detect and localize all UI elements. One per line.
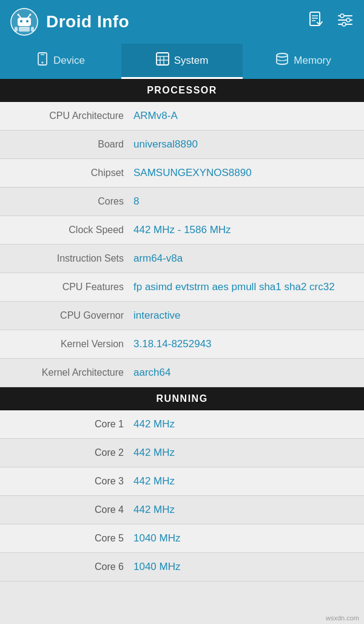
- cores-table: Core 1 442 MHz Core 2 442 MHz Core 3 442…: [0, 410, 364, 582]
- core-4-value: 442 MHz: [133, 504, 175, 516]
- app-title: Droid Info: [46, 12, 129, 32]
- core-2-label: Core 2: [12, 447, 133, 458]
- processor-section-header: PROCESSOR: [0, 79, 364, 102]
- device-tab-icon: [36, 52, 49, 69]
- board-label: Board: [12, 138, 133, 150]
- app-logo: [10, 7, 39, 36]
- kernel-architecture-label: Kernel Architecture: [12, 367, 133, 378]
- svg-rect-9: [15, 27, 18, 32]
- cpu-governor-row: CPU Governor interactive: [0, 302, 364, 330]
- cpu-architecture-value: ARMv8-A: [133, 110, 352, 122]
- cpu-features-row: CPU Features fp asimd evtstrm aes pmull …: [0, 273, 364, 302]
- kernel-version-row: Kernel Version 3.18.14-8252943: [0, 330, 364, 359]
- chipset-row: Chipset SAMSUNGEXYNOS8890: [0, 159, 364, 188]
- tab-bar: Device System Memory: [0, 44, 364, 79]
- cpu-architecture-row: CPU Architecture ARMv8-A: [0, 102, 364, 131]
- cpu-governor-label: CPU Governor: [12, 310, 133, 321]
- svg-point-6: [18, 14, 19, 16]
- tab-device[interactable]: Device: [0, 44, 121, 79]
- cores-row: Cores 8: [0, 188, 364, 216]
- settings-icon[interactable]: [336, 11, 354, 33]
- processor-info-table: CPU Architecture ARMv8-A Board universal…: [0, 102, 364, 387]
- core-3-value: 442 MHz: [133, 475, 175, 487]
- cores-value: 8: [133, 195, 352, 208]
- chipset-label: Chipset: [12, 167, 133, 178]
- cpu-governor-value: interactive: [133, 310, 352, 322]
- core-5-value: 1040 MHz: [133, 532, 180, 544]
- cpu-features-label: CPU Features: [12, 281, 133, 293]
- core-5-label: Core 5: [12, 533, 133, 544]
- svg-rect-1: [18, 18, 31, 26]
- tab-memory[interactable]: Memory: [243, 44, 364, 79]
- watermark: wsxdn.com: [326, 614, 359, 622]
- core-1-value: 442 MHz: [133, 418, 175, 430]
- clock-speed-row: Clock Speed 442 MHz - 1586 MHz: [0, 216, 364, 245]
- kernel-architecture-value: aarch64: [133, 367, 352, 379]
- instruction-sets-value: arm64-v8a: [133, 253, 352, 265]
- kernel-architecture-row: Kernel Architecture aarch64: [0, 359, 364, 387]
- board-row: Board universal8890: [0, 131, 364, 159]
- cores-label: Cores: [12, 195, 133, 207]
- chipset-value: SAMSUNGEXYNOS8890: [133, 167, 352, 179]
- system-tab-icon: [156, 52, 169, 69]
- svg-rect-8: [19, 27, 30, 32]
- header-left: Droid Info: [10, 7, 129, 36]
- core-3-label: Core 3: [12, 476, 133, 487]
- tab-system[interactable]: System: [121, 44, 243, 79]
- svg-rect-24: [157, 53, 169, 65]
- svg-rect-10: [31, 27, 34, 32]
- core-2-value: 442 MHz: [133, 447, 175, 459]
- cpu-architecture-label: CPU Architecture: [12, 110, 133, 121]
- core-1-label: Core 1: [12, 419, 133, 430]
- svg-point-3: [26, 20, 29, 22]
- core-4-label: Core 4: [12, 504, 133, 515]
- tab-system-label: System: [174, 55, 209, 67]
- tab-memory-label: Memory: [294, 55, 331, 67]
- svg-point-7: [30, 14, 32, 16]
- svg-point-19: [346, 18, 350, 22]
- core-3-row: Core 3 442 MHz: [0, 467, 364, 496]
- core-1-row: Core 1 442 MHz: [0, 410, 364, 439]
- running-section-header: RUNNING: [0, 387, 364, 410]
- report-icon[interactable]: [307, 11, 325, 33]
- core-6-value: 1040 MHz: [133, 561, 180, 573]
- core-4-row: Core 4 442 MHz: [0, 496, 364, 524]
- core-6-label: Core 6: [12, 561, 133, 572]
- clock-speed-value: 442 MHz - 1586 MHz: [133, 224, 352, 236]
- core-6-row: Core 6 1040 MHz: [0, 553, 364, 582]
- core-5-row: Core 5 1040 MHz: [0, 524, 364, 553]
- instruction-sets-label: Instruction Sets: [12, 253, 133, 264]
- tab-device-label: Device: [53, 55, 85, 67]
- board-value: universal8890: [133, 138, 352, 151]
- app-header: Droid Info: [0, 0, 364, 44]
- core-2-row: Core 2 442 MHz: [0, 439, 364, 467]
- instruction-sets-row: Instruction Sets arm64-v8a: [0, 245, 364, 273]
- svg-point-29: [277, 53, 288, 57]
- kernel-version-value: 3.18.14-8252943: [133, 338, 352, 350]
- svg-point-20: [342, 22, 346, 26]
- cpu-features-value: fp asimd evtstrm aes pmull sha1 sha2 crc…: [133, 281, 352, 293]
- kernel-version-label: Kernel Version: [12, 338, 133, 350]
- svg-point-2: [20, 20, 22, 22]
- memory-tab-icon: [275, 53, 289, 68]
- clock-speed-label: Clock Speed: [12, 224, 133, 236]
- header-actions: [307, 11, 354, 33]
- svg-point-18: [340, 14, 344, 18]
- svg-point-22: [42, 62, 44, 64]
